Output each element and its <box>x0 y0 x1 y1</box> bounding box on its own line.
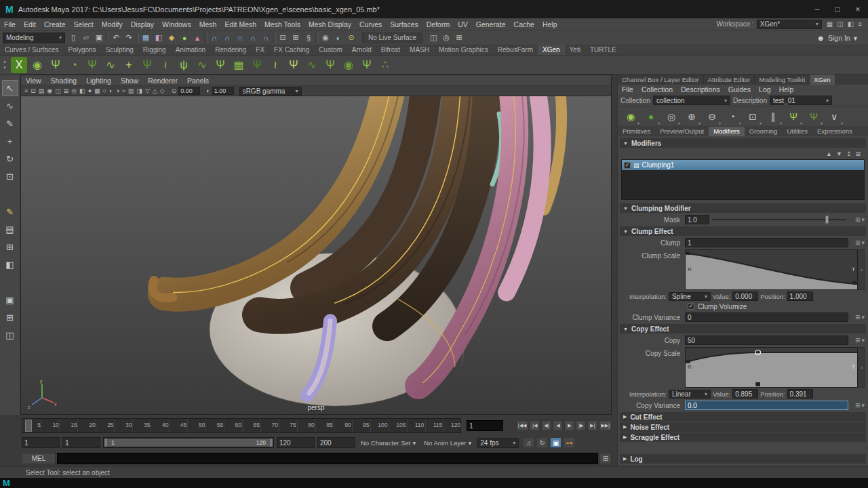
xgen-menu-item[interactable]: Help <box>775 85 798 94</box>
paint-select-tool[interactable]: ✎ <box>2 115 18 131</box>
textured-icon[interactable]: ▦ <box>94 87 101 94</box>
collection-selector[interactable]: collection ▾ <box>653 96 730 105</box>
play-forwards-button[interactable]: ▶ <box>564 420 574 431</box>
map-button[interactable]: ⊞ <box>855 314 861 321</box>
menu-item[interactable]: Deform <box>422 20 454 28</box>
xgen-tab[interactable]: Preview/Output <box>655 127 709 136</box>
snap-grid-icon[interactable]: ∩ <box>208 32 220 44</box>
menu-item[interactable]: Help <box>538 20 561 28</box>
grass-clump-icon[interactable]: Ψ <box>84 57 100 73</box>
ramp-left-marker[interactable]: R <box>688 364 692 370</box>
select-mask-point-icon[interactable]: ● <box>178 32 191 44</box>
xgen-groom-icon[interactable]: Ψ ▾ <box>805 108 823 125</box>
select-mask-facet-icon[interactable]: ▲ <box>191 32 203 44</box>
panel-layout-alt-icon[interactable]: ◧ <box>846 20 856 28</box>
shelf-tab[interactable]: XGen <box>538 45 565 55</box>
patch-icon[interactable]: ▦ <box>231 57 247 73</box>
slider-handle[interactable] <box>825 216 829 224</box>
save-scene-icon[interactable]: ▣ <box>93 32 105 44</box>
xgen-menu-item[interactable]: Collection <box>637 85 677 94</box>
grass-dark-icon[interactable]: Ψ <box>249 57 265 73</box>
chevron-down-icon[interactable]: ▾ <box>861 239 865 246</box>
shelf-tab[interactable]: Rigging <box>138 45 171 55</box>
divider[interactable] <box>204 33 208 43</box>
ramp-right-marker[interactable]: T <box>852 266 855 272</box>
shelf-tab[interactable]: Motion Graphics <box>434 45 493 55</box>
sphere-groom-icon[interactable]: ◉ <box>340 57 357 73</box>
xgen-tab[interactable]: Expressions <box>812 127 857 136</box>
menu-item[interactable]: Display <box>127 20 158 28</box>
range-bar[interactable]: 1 120 <box>104 439 273 447</box>
shelf-tab[interactable]: Polygons <box>63 45 100 55</box>
select-mask-object-icon[interactable]: ◧ <box>153 32 165 44</box>
minimize-button[interactable]: – <box>807 0 827 18</box>
copy-variance-field[interactable] <box>685 401 848 410</box>
chevron-down-icon[interactable]: ▾ <box>861 216 865 223</box>
hud-menu-icon[interactable]: ≡ <box>856 20 864 28</box>
loop-icon[interactable]: ↻ <box>536 437 548 448</box>
ramp-expand-button[interactable]: › <box>859 347 865 388</box>
shelf-tab[interactable]: MASH <box>405 45 434 55</box>
xgen-guide-visibility-icon[interactable]: ◔ ▾ <box>724 108 741 125</box>
shelf-tab[interactable]: FX <box>251 45 269 55</box>
xgen-grass-icon[interactable]: Ψ ▾ <box>785 108 802 125</box>
select-tool[interactable]: ↖ <box>2 80 18 96</box>
menu-item[interactable]: Select <box>70 20 98 28</box>
mask-tool[interactable]: ▤ <box>2 221 18 237</box>
viewport-canvas[interactable]: y x z persp <box>21 96 611 414</box>
menu-item[interactable]: Edit <box>20 20 40 28</box>
mask-slider[interactable] <box>712 216 846 224</box>
xgen-lock-guides-icon[interactable]: ⊡ ▾ <box>744 108 762 125</box>
exposure-field[interactable] <box>178 87 200 95</box>
wireframe-icon[interactable]: ◧ <box>79 87 86 94</box>
interpolation-selector[interactable]: Linear ▾ <box>669 390 711 399</box>
xgen-menu-item[interactable]: Log <box>755 85 775 94</box>
move-top-icon[interactable]: ↥ <box>846 150 852 157</box>
xgen-menu-item[interactable]: Guides <box>724 85 755 94</box>
xgen-tab[interactable]: Utilities <box>782 127 812 136</box>
shelf-tab[interactable]: Curves / Surfaces <box>0 45 63 55</box>
timeline-ruler[interactable]: 5101520253035404550556065707580859095100… <box>22 418 461 433</box>
script-editor-icon[interactable]: ⊞ <box>599 453 612 464</box>
playback-end-field[interactable] <box>277 437 315 448</box>
select-camera-icon[interactable]: ≡ <box>24 87 28 94</box>
move-down-icon[interactable]: ▼ <box>836 150 842 157</box>
panel-tab[interactable]: Channel Box / Layer Editor <box>618 75 704 85</box>
play-backwards-button[interactable]: ◀ <box>553 420 563 431</box>
move-up-icon[interactable]: ▲ <box>826 150 832 157</box>
map-button[interactable]: ⊞ <box>855 402 861 409</box>
grass-thin-icon[interactable]: Ψ <box>359 57 375 73</box>
output-connections-icon[interactable]: ⊞ <box>290 32 302 44</box>
collapsed-section-header[interactable]: ▶ Noise Effect <box>620 422 866 432</box>
rotate-tool[interactable]: ↻ <box>2 150 18 167</box>
ipr-render-icon[interactable]: ◐ <box>332 32 344 44</box>
copy-effect-section-header[interactable]: ▼ Copy Effect <box>620 324 866 333</box>
clump-scale-ramp[interactable]: R T <box>685 249 858 290</box>
clump-field[interactable] <box>685 238 848 247</box>
xgen-add-guide-icon[interactable]: ⊕ ▾ <box>683 108 701 125</box>
log-section-header[interactable]: ▶ Log <box>620 454 866 464</box>
xgen-menu-item[interactable]: File <box>618 85 637 94</box>
undo-icon[interactable]: ↶ <box>110 32 122 44</box>
motion-blur-icon[interactable]: ≈ <box>121 87 126 94</box>
ramp-left-marker[interactable]: R <box>688 266 692 272</box>
snap-view-plane-icon[interactable]: ∩ <box>260 32 272 44</box>
shelf-menu-arrows[interactable]: ▾ ▾ <box>0 60 9 70</box>
sculpt-tool[interactable]: ✎ <box>2 203 18 220</box>
shelf-tab[interactable]: Rendering <box>210 45 251 55</box>
range-slider[interactable]: 1 120 <box>103 437 274 448</box>
ambient-occlusion-icon[interactable]: ◑ <box>115 87 119 94</box>
step-forward-frame-button[interactable]: ▶| <box>587 420 597 431</box>
render-settings-icon[interactable]: ⊙ <box>345 32 357 44</box>
current-frame-marker[interactable] <box>25 420 32 432</box>
isolate-select-icon[interactable]: ▽ <box>144 87 151 94</box>
exposure-icon[interactable]: ⊙ <box>171 87 178 94</box>
xray-icon[interactable]: △ <box>152 87 158 94</box>
new-scene-icon[interactable]: ▯ <box>67 32 79 44</box>
command-input[interactable] <box>57 453 598 464</box>
symmetry-icon[interactable]: ◫ <box>427 32 439 44</box>
image-plane-icon[interactable]: ◫ <box>54 87 62 94</box>
xgen-tab[interactable]: Primitives <box>618 127 655 136</box>
wave-icon[interactable]: ∿ <box>304 57 320 73</box>
map-button[interactable]: ⊞ <box>855 337 861 344</box>
